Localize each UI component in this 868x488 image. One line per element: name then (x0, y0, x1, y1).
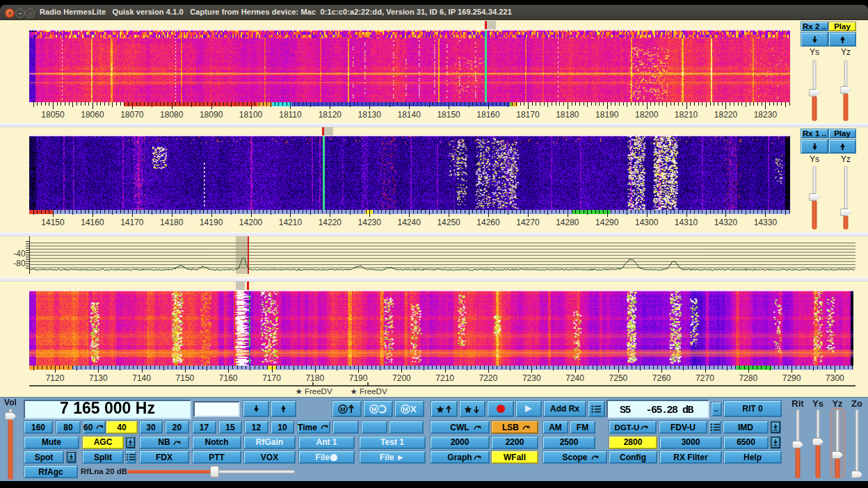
svg-text:M: M (403, 406, 408, 413)
svg-text:M: M (371, 406, 377, 413)
svg-text:M: M (340, 406, 346, 413)
